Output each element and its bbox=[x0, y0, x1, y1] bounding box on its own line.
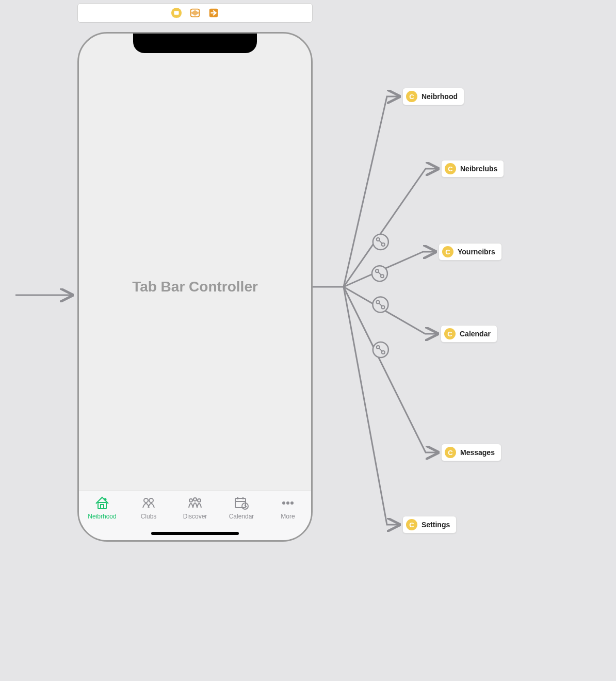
svg-point-11 bbox=[376, 301, 379, 304]
calendar-icon bbox=[233, 495, 250, 511]
svg-point-7 bbox=[376, 269, 379, 272]
iphone-notch bbox=[133, 33, 257, 53]
svg-line-17 bbox=[379, 348, 382, 351]
tab-label: Discover bbox=[183, 513, 207, 520]
svg-line-13 bbox=[379, 303, 382, 306]
dest-label: Yourneibrs bbox=[458, 248, 495, 256]
dest-neibrclubs[interactable]: C Neibrclubs bbox=[441, 160, 504, 177]
controller-icon: C bbox=[442, 246, 453, 257]
tab-neibrhood[interactable]: Neibrhood bbox=[79, 491, 125, 529]
tab-clubs[interactable]: Clubs bbox=[125, 491, 172, 529]
dest-messages[interactable]: C Messages bbox=[441, 444, 501, 461]
controller-icon: C bbox=[445, 163, 456, 174]
dest-calendar[interactable]: C Calendar bbox=[441, 325, 497, 343]
dest-label: Calendar bbox=[460, 330, 491, 338]
svg-point-3 bbox=[377, 238, 380, 241]
dest-yourneibrs[interactable]: C Yourneibrs bbox=[439, 243, 502, 261]
tab-label: More bbox=[281, 513, 295, 520]
scene-controller-icon[interactable] bbox=[171, 7, 182, 19]
svg-point-6 bbox=[372, 266, 387, 281]
scene-firstresponder-icon[interactable] bbox=[189, 7, 201, 19]
svg-rect-24 bbox=[101, 505, 104, 509]
controller-icon: C bbox=[444, 328, 456, 339]
svg-point-38 bbox=[282, 501, 285, 505]
dest-settings[interactable]: C Settings bbox=[402, 516, 457, 533]
tab-label: Clubs bbox=[141, 513, 157, 520]
svg-point-26 bbox=[144, 498, 148, 502]
tab-label: Calendar bbox=[229, 513, 254, 520]
svg-point-29 bbox=[193, 498, 197, 501]
svg-point-14 bbox=[373, 342, 388, 358]
dest-neibrhood[interactable]: C Neibrhood bbox=[402, 88, 464, 105]
svg-point-4 bbox=[382, 243, 385, 246]
svg-point-16 bbox=[382, 351, 385, 354]
controller-icon: C bbox=[406, 91, 417, 102]
home-indicator bbox=[151, 532, 239, 535]
svg-point-2 bbox=[373, 234, 388, 250]
svg-point-39 bbox=[286, 501, 289, 505]
svg-point-15 bbox=[377, 346, 380, 349]
controller-icon: C bbox=[445, 447, 456, 458]
svg-rect-19 bbox=[174, 11, 179, 14]
svg-line-37 bbox=[245, 506, 247, 507]
scene-exit-icon[interactable] bbox=[208, 7, 219, 19]
tab-label: Neibrhood bbox=[88, 513, 116, 520]
svg-point-27 bbox=[149, 498, 153, 502]
svg-point-25 bbox=[104, 498, 107, 501]
dest-label: Settings bbox=[422, 521, 450, 529]
scene-toolbar[interactable] bbox=[77, 3, 313, 23]
controller-icon: C bbox=[406, 519, 417, 530]
svg-point-8 bbox=[381, 274, 384, 278]
tab-calendar[interactable]: Calendar bbox=[218, 491, 265, 529]
house-icon bbox=[94, 495, 110, 511]
svg-point-40 bbox=[290, 501, 294, 505]
svg-line-9 bbox=[378, 272, 381, 275]
people-icon bbox=[187, 495, 203, 511]
svg-point-10 bbox=[372, 297, 388, 313]
clubs-icon bbox=[140, 495, 157, 511]
tab-more[interactable]: More bbox=[265, 491, 311, 529]
more-icon bbox=[280, 495, 296, 511]
svg-line-5 bbox=[379, 240, 382, 244]
dest-label: Neibrclubs bbox=[460, 165, 497, 173]
iphone-frame: Tab Bar Controller Neibrhood bbox=[77, 32, 313, 542]
svg-rect-23 bbox=[98, 502, 106, 509]
screen-title: Tab Bar Controller bbox=[132, 279, 258, 295]
dest-label: Neibrhood bbox=[422, 92, 458, 101]
dest-label: Messages bbox=[460, 448, 495, 457]
tab-discover[interactable]: Discover bbox=[172, 491, 218, 529]
svg-point-28 bbox=[189, 499, 192, 502]
svg-point-12 bbox=[381, 306, 384, 309]
svg-point-30 bbox=[198, 499, 201, 502]
